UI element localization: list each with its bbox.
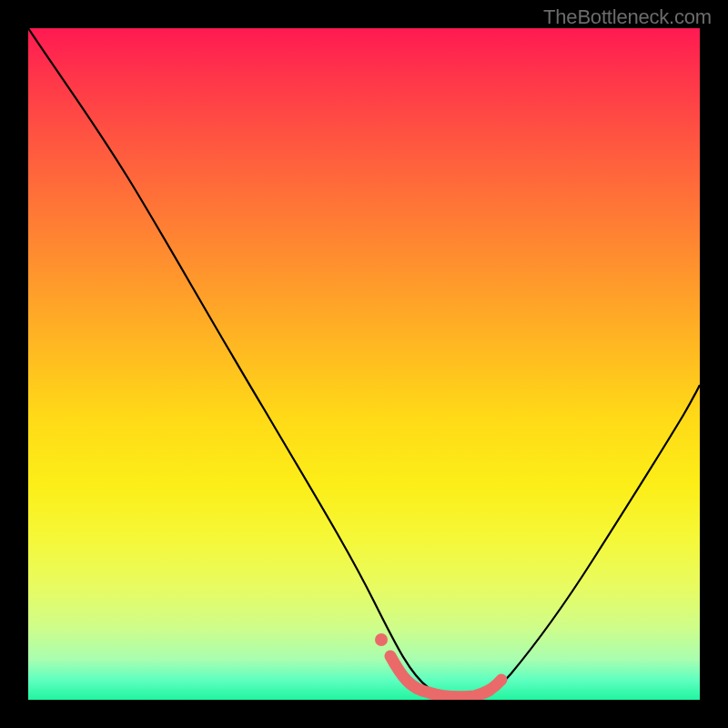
chart-container: TheBottleneck.com [0, 0, 728, 728]
bottleneck-curve [28, 28, 700, 697]
curve-svg [28, 28, 700, 700]
watermark: TheBottleneck.com [543, 5, 712, 29]
highlight-dot [375, 633, 388, 646]
plot-area [28, 28, 700, 700]
